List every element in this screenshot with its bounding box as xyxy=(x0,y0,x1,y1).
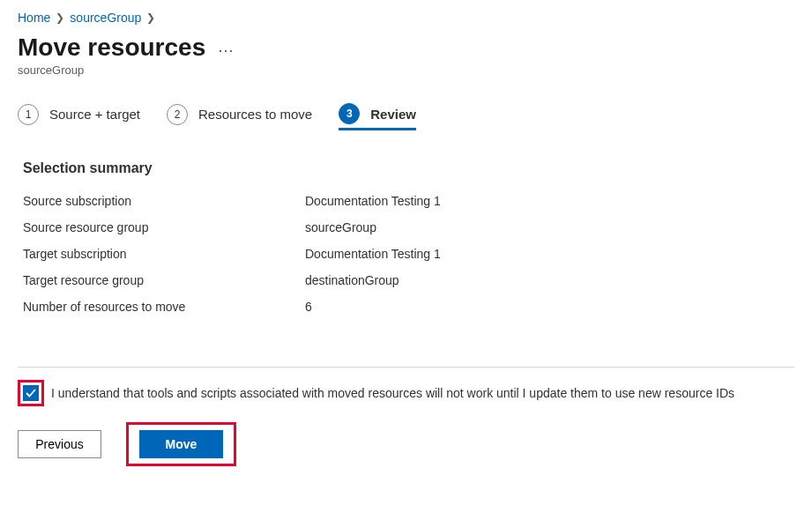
step-resources-to-move[interactable]: 2 Resources to move xyxy=(167,104,312,130)
chevron-right-icon: ❯ xyxy=(146,11,155,24)
step-number-badge: 2 xyxy=(167,104,188,125)
summary-row-number-of-resources: Number of resources to move 6 xyxy=(23,300,794,314)
summary-label: Target subscription xyxy=(23,247,305,261)
summary-label: Number of resources to move xyxy=(23,300,305,314)
summary-table: Source subscription Documentation Testin… xyxy=(18,194,794,314)
chevron-right-icon: ❯ xyxy=(56,11,64,24)
acknowledge-checkbox[interactable] xyxy=(23,385,39,401)
step-label: Source + target xyxy=(49,107,140,122)
summary-row-target-resource-group: Target resource group destinationGroup xyxy=(23,273,794,287)
checkmark-icon xyxy=(26,388,36,398)
step-review[interactable]: 3 Review xyxy=(339,103,416,130)
step-number-badge: 3 xyxy=(339,103,360,124)
acknowledge-text: I understand that tools and scripts asso… xyxy=(51,386,734,400)
summary-label: Source resource group xyxy=(23,220,305,234)
move-button[interactable]: Move xyxy=(139,430,223,458)
step-source-target[interactable]: 1 Source + target xyxy=(18,104,140,130)
summary-row-target-subscription: Target subscription Documentation Testin… xyxy=(23,247,794,261)
acknowledgement-row: I understand that tools and scripts asso… xyxy=(18,380,794,406)
divider xyxy=(18,367,794,368)
summary-value: sourceGroup xyxy=(305,220,376,234)
summary-value: Documentation Testing 1 xyxy=(305,247,441,261)
breadcrumb: Home ❯ sourceGroup ❯ xyxy=(18,11,794,25)
more-actions-icon[interactable]: ⋯ xyxy=(218,37,234,58)
summary-value: destinationGroup xyxy=(305,273,399,287)
wizard-steps: 1 Source + target 2 Resources to move 3 … xyxy=(18,103,794,130)
highlight-box xyxy=(18,380,44,406)
section-title-selection-summary: Selection summary xyxy=(18,160,794,176)
previous-button[interactable]: Previous xyxy=(18,430,101,458)
highlight-box: Move xyxy=(126,422,236,466)
summary-label: Target resource group xyxy=(23,273,305,287)
summary-label: Source subscription xyxy=(23,194,305,208)
button-row: Previous Move xyxy=(18,422,794,466)
step-label: Resources to move xyxy=(198,107,312,122)
summary-value: Documentation Testing 1 xyxy=(305,194,441,208)
summary-row-source-resource-group: Source resource group sourceGroup xyxy=(23,220,794,234)
breadcrumb-group-link[interactable]: sourceGroup xyxy=(70,11,141,25)
page-title: Move resources xyxy=(18,33,205,62)
summary-row-source-subscription: Source subscription Documentation Testin… xyxy=(23,194,794,208)
summary-value: 6 xyxy=(305,300,312,314)
page-subtitle: sourceGroup xyxy=(18,63,794,77)
step-number-badge: 1 xyxy=(18,104,39,125)
breadcrumb-home-link[interactable]: Home xyxy=(18,11,50,25)
step-label: Review xyxy=(370,107,416,122)
